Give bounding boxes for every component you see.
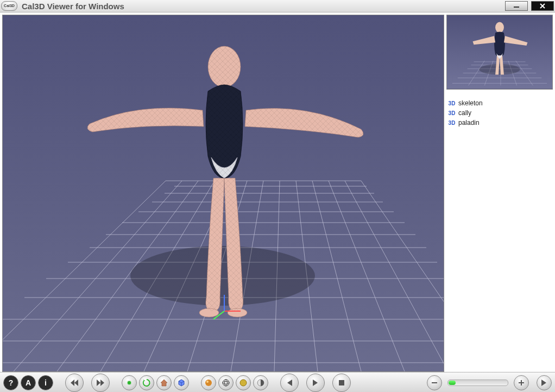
model-item-label: skeleton <box>458 99 483 107</box>
content-area: 3D skeleton 3D cally 3D paladin <box>0 12 555 372</box>
help-button[interactable]: ? <box>3 375 18 390</box>
zoom-out-button[interactable] <box>427 375 442 390</box>
play-button[interactable] <box>306 374 325 392</box>
rewind-button[interactable] <box>65 374 84 392</box>
model-3d-icon: 3D <box>447 110 456 116</box>
model-thumbnail[interactable] <box>446 15 553 90</box>
svg-point-55 <box>240 380 247 386</box>
svg-point-50 <box>205 380 212 386</box>
viewport-scene <box>3 15 444 371</box>
info-button[interactable]: i <box>38 375 53 390</box>
svg-point-49 <box>495 22 504 33</box>
lod-slider-fill <box>449 381 456 385</box>
record-button[interactable] <box>122 375 137 390</box>
title-bar: Cal3D Cal3D Viewer for Windows <box>0 0 555 12</box>
svg-rect-57 <box>339 380 344 385</box>
svg-point-54 <box>225 380 228 386</box>
sidebar: 3D skeleton 3D cally 3D paladin <box>445 12 555 372</box>
half-sphere-button[interactable] <box>253 375 268 390</box>
model-list: 3D skeleton 3D cally 3D paladin <box>446 97 553 371</box>
model-list-item[interactable]: 3D paladin <box>447 118 552 128</box>
svg-point-52 <box>223 380 229 386</box>
shaded-sphere-button[interactable] <box>201 375 216 390</box>
model-list-item[interactable]: 3D cally <box>447 108 552 118</box>
svg-rect-0 <box>514 7 519 8</box>
shadow-icon <box>130 246 315 306</box>
3d-viewport[interactable] <box>2 15 444 372</box>
solid-view-button[interactable] <box>174 375 189 390</box>
stop-button[interactable] <box>332 374 351 392</box>
text-mode-button[interactable]: A <box>21 375 36 390</box>
minimize-button[interactable] <box>505 1 528 11</box>
model-3d-icon: 3D <box>447 100 456 106</box>
bottom-toolbar: ? A i <box>0 372 555 392</box>
lod-slider[interactable] <box>447 380 508 386</box>
close-button[interactable] <box>531 1 554 11</box>
svg-point-53 <box>223 382 229 384</box>
options-button[interactable] <box>537 375 552 390</box>
fast-forward-button[interactable] <box>91 374 110 392</box>
window-title: Cal3D Viewer for Windows <box>22 2 502 11</box>
home-button[interactable] <box>156 375 172 390</box>
refresh-button[interactable] <box>139 375 154 390</box>
wireframe-sphere-button[interactable] <box>218 375 234 390</box>
model-3d-icon: 3D <box>447 120 456 126</box>
zoom-in-button[interactable] <box>514 375 529 390</box>
step-back-button[interactable] <box>280 374 299 392</box>
model-item-label: cally <box>458 109 471 117</box>
svg-point-32 <box>208 46 241 87</box>
flat-sphere-button[interactable] <box>236 375 251 390</box>
svg-point-48 <box>479 64 520 75</box>
svg-point-51 <box>206 381 209 383</box>
model-item-label: paladin <box>458 119 480 127</box>
model-list-item[interactable]: 3D skeleton <box>447 98 552 108</box>
app-icon: Cal3D <box>1 1 17 11</box>
